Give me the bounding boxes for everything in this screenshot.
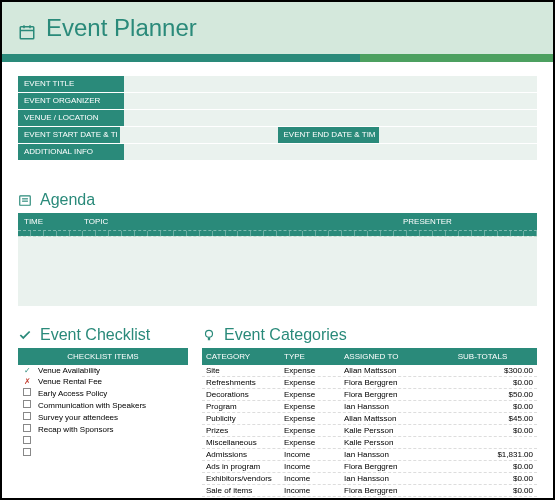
cell-assigned: Ian Hansson — [340, 449, 428, 460]
label-event-organizer: EVENT ORGANIZER — [18, 93, 124, 109]
col-subtotals: SUB-TOTALS — [428, 348, 537, 365]
info-row-title: EVENT TITLE — [18, 76, 537, 92]
checklist-item[interactable] — [18, 447, 188, 459]
cell-category: Program — [202, 401, 280, 412]
cell-subtotal — [428, 437, 537, 448]
header-divider — [2, 54, 553, 62]
categories-section: Event Categories CATEGORY TYPE ASSIGNED … — [202, 326, 537, 497]
category-row[interactable]: PublicityExpenseAllan Mattsson$45.00 — [202, 413, 537, 425]
cell-type: Expense — [280, 413, 340, 424]
agenda-section: Agenda TIME TOPIC PRESENTER — [2, 181, 553, 316]
label-additional: ADDITIONAL INFO — [18, 144, 124, 160]
checklist-item[interactable]: ✗Venue Rental Fee — [18, 376, 188, 387]
cell-type: Income — [280, 461, 340, 472]
checklist-header: CHECKLIST ITEMS — [18, 348, 188, 365]
checklist-item-label: Recap with Sponsors — [38, 425, 114, 434]
cell-assigned: Kalle Persson — [340, 437, 428, 448]
cell-subtotal: $1,831.00 — [428, 449, 537, 460]
checklist-item[interactable]: Survey your attendees — [18, 411, 188, 423]
categories-title-text: Event Categories — [224, 326, 347, 344]
agenda-title-text: Agenda — [40, 191, 95, 209]
checklist-body: ✓Venue Availability✗Venue Rental FeeEarl… — [18, 365, 188, 459]
check-icon — [18, 328, 32, 342]
checklist-item[interactable] — [18, 435, 188, 447]
cell-subtotal: $0.00 — [428, 401, 537, 412]
svg-point-7 — [206, 330, 213, 337]
category-row[interactable]: ProgramExpenseIan Hansson$0.00 — [202, 401, 537, 413]
agenda-col-time: TIME — [18, 213, 78, 230]
cell-category: Sale of items — [202, 485, 280, 496]
category-row[interactable]: PrizesExpenseKalle Persson$0.00 — [202, 425, 537, 437]
info-row-additional: ADDITIONAL INFO — [18, 144, 537, 160]
cell-type: Expense — [280, 389, 340, 400]
category-row[interactable]: Ads in programIncomeFlora Berggren$0.00 — [202, 461, 537, 473]
category-row[interactable]: MiscellaneousExpenseKalle Persson — [202, 437, 537, 449]
categories-body: SiteExpenseAllan Mattsson$300.00Refreshm… — [202, 365, 537, 497]
cell-type: Expense — [280, 401, 340, 412]
input-additional[interactable] — [124, 144, 537, 160]
title-text: Event Planner — [46, 14, 197, 42]
checklist-item[interactable]: Recap with Sponsors — [18, 423, 188, 435]
checklist-item[interactable]: ✓Venue Availability — [18, 365, 188, 376]
cell-assigned: Ian Hansson — [340, 473, 428, 484]
cell-category: Admissions — [202, 449, 280, 460]
info-row-organizer: EVENT ORGANIZER — [18, 93, 537, 109]
col-type: TYPE — [280, 348, 340, 365]
input-end-date[interactable] — [379, 127, 537, 143]
input-event-organizer[interactable] — [124, 93, 537, 109]
x-icon: ✗ — [22, 377, 32, 386]
cell-type: Income — [280, 473, 340, 484]
input-event-title[interactable] — [124, 76, 537, 92]
cell-assigned: Allan Mattsson — [340, 413, 428, 424]
cell-subtotal: $50.00 — [428, 389, 537, 400]
page-title: Event Planner — [18, 14, 537, 42]
agenda-body[interactable] — [18, 236, 537, 306]
checkbox-icon[interactable] — [22, 400, 32, 410]
cell-type: Expense — [280, 365, 340, 376]
cell-assigned: Flora Berggren — [340, 461, 428, 472]
label-event-title: EVENT TITLE — [18, 76, 124, 92]
checklist-item-label: Venue Availability — [38, 366, 100, 375]
agenda-col-presenter: PRESENTER — [397, 213, 537, 230]
checklist-item-label: Early Access Policy — [38, 389, 107, 398]
cell-type: Expense — [280, 377, 340, 388]
agenda-header-row: TIME TOPIC PRESENTER — [18, 213, 537, 231]
cell-subtotal: $0.00 — [428, 485, 537, 496]
input-venue[interactable] — [124, 110, 537, 126]
category-row[interactable]: DecorationsExpenseFlora Berggren$50.00 — [202, 389, 537, 401]
cell-category: Exhibitors/vendors — [202, 473, 280, 484]
checkbox-icon[interactable] — [22, 448, 32, 458]
cell-type: Income — [280, 449, 340, 460]
input-start-date[interactable] — [120, 127, 278, 143]
checkbox-icon[interactable] — [22, 424, 32, 434]
lightbulb-icon — [202, 328, 216, 342]
cell-type: Expense — [280, 437, 340, 448]
checkbox-icon[interactable] — [22, 436, 32, 446]
category-row[interactable]: RefreshmentsExpenseFlora Berggren$0.00 — [202, 377, 537, 389]
info-row-venue: VENUE / LOCATION — [18, 110, 537, 126]
agenda-title: Agenda — [18, 191, 537, 209]
agenda-ticks — [18, 231, 537, 236]
agenda-col-topic: TOPIC — [78, 213, 397, 230]
cell-category: Decorations — [202, 389, 280, 400]
checkbox-icon[interactable] — [22, 388, 32, 398]
cell-category: Ads in program — [202, 461, 280, 472]
cell-category: Miscellaneous — [202, 437, 280, 448]
calendar-icon — [18, 19, 36, 37]
cell-assigned: Flora Berggren — [340, 377, 428, 388]
category-row[interactable]: Exhibitors/vendorsIncomeIan Hansson$0.00 — [202, 473, 537, 485]
cell-assigned: Flora Berggren — [340, 485, 428, 496]
cell-category: Site — [202, 365, 280, 376]
label-end-date: EVENT END DATE & TIM — [278, 127, 380, 143]
categories-title: Event Categories — [202, 326, 537, 344]
page-header: Event Planner — [2, 2, 553, 54]
category-row[interactable]: Sale of itemsIncomeFlora Berggren$0.00 — [202, 485, 537, 497]
category-row[interactable]: SiteExpenseAllan Mattsson$300.00 — [202, 365, 537, 377]
checklist-item[interactable]: Communication with Speakers — [18, 399, 188, 411]
checkbox-icon[interactable] — [22, 412, 32, 422]
category-row[interactable]: AdmissionsIncomeIan Hansson$1,831.00 — [202, 449, 537, 461]
info-row-dates: EVENT START DATE & TI EVENT END DATE & T… — [18, 127, 537, 143]
label-venue: VENUE / LOCATION — [18, 110, 124, 126]
checklist-item-label: Survey your attendees — [38, 413, 118, 422]
checklist-item[interactable]: Early Access Policy — [18, 387, 188, 399]
